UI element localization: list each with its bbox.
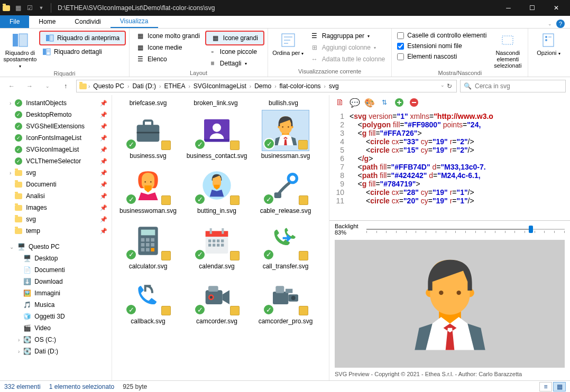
app-overlay-icon (230, 306, 240, 315)
riquadro-anteprima-button[interactable]: Riquadro di anteprima (39, 31, 126, 45)
chevron-down-icon[interactable]: ⌄ (548, 21, 552, 26)
status-size: 925 byte (123, 383, 147, 390)
check-overlay-icon: ✓ (125, 304, 137, 315)
up-button[interactable]: ↑ (58, 79, 73, 94)
ordina-per-button[interactable]: Ordina per ▾ (271, 30, 305, 57)
recent-button[interactable]: ⌄ (40, 79, 55, 94)
remove-icon[interactable] (409, 97, 419, 108)
sidebar-item[interactable]: ›📄Documenti (0, 264, 112, 276)
sidebar-item[interactable]: ›🎵Musica (0, 299, 112, 311)
caselle-checkbox[interactable]: Caselle di controllo elementi (395, 31, 489, 40)
file-item[interactable]: ✓business.svg (114, 108, 182, 162)
tab-condividi[interactable]: Condividi (65, 15, 110, 28)
tab-home[interactable]: Home (29, 15, 65, 28)
sidebar-item[interactable]: ›✓IconFontsImageList📌 (0, 132, 112, 144)
pin-icon: 📌 (100, 111, 107, 118)
sidebar[interactable]: ›✓InstantObjects📌›✓DesktopRemoto📌›✓SVGSh… (0, 95, 112, 380)
refresh-icon[interactable]: ↻ (447, 82, 452, 90)
git-icon: ✓ (14, 122, 23, 130)
doc-icon: 📄 (23, 266, 31, 274)
file-item[interactable]: ✓camcorder_pro.svg (252, 273, 319, 327)
icone-medie-button[interactable]: ▦Icone medie (133, 42, 203, 53)
chat-icon[interactable]: 💬 (350, 97, 360, 108)
sidebar-item[interactable]: ›svg📌 (0, 167, 112, 179)
forward-button[interactable]: → (22, 79, 37, 94)
file-item[interactable]: ✓butting_in.svg (183, 163, 251, 217)
maximize-button[interactable]: ☐ (520, 0, 544, 16)
sidebar-item[interactable]: ›svg📌 (0, 213, 112, 225)
file-item[interactable]: ✓calculator.svg (114, 218, 182, 272)
riquadro-spostamento-button[interactable]: Riquadro di spostamento ▾ (3, 30, 37, 69)
svg-rect-22 (204, 139, 229, 142)
sidebar-item[interactable]: ›✓SVGIconImageList📌 (0, 144, 112, 155)
file-item[interactable]: ✓camcorder.svg (183, 273, 251, 327)
file-item[interactable]: ✓businesswoman.svg (114, 163, 182, 217)
palette-icon[interactable]: 🎨 (364, 97, 375, 108)
svg-rect-65 (286, 289, 292, 293)
dropdown-icon[interactable]: ⌄ (440, 82, 445, 90)
file-item[interactable]: ✓call_transfer.svg (252, 218, 319, 272)
code-preview[interactable]: 1<svg version="1" xmlns="http://www.w3.o… (329, 110, 570, 221)
dettagli-button[interactable]: ≡Dettagli ▾ (205, 58, 264, 69)
svg-rect-47 (210, 228, 212, 234)
sidebar-item[interactable]: ›Analisi📌 (0, 190, 112, 202)
sidebar-item[interactable]: ›🎬Video (0, 322, 112, 334)
sidebar-item[interactable]: ›💽Dati (D:) (0, 346, 112, 357)
copy-icon[interactable]: ☑ (25, 4, 34, 12)
file-item[interactable]: ✓calendar.svg (183, 218, 251, 272)
tab-visualizza[interactable]: Visualizza (111, 15, 158, 28)
help-icon[interactable]: ? (556, 20, 565, 28)
sidebar-item[interactable]: ›Documenti📌 (0, 179, 112, 190)
lines-icon[interactable]: ⇅ (379, 97, 390, 108)
svg-rect-48 (222, 228, 224, 234)
sidebar-item[interactable]: ›⬇️Download (0, 276, 112, 287)
svg-point-72 (439, 291, 443, 295)
folder-icon (14, 169, 23, 177)
add-icon[interactable] (394, 97, 404, 108)
icone-piccole-button[interactable]: ▫Icone piccole (205, 46, 264, 57)
minimize-button[interactable]: ─ (497, 0, 520, 16)
opzioni-button[interactable]: Opzioni ▾ (531, 30, 565, 57)
check-overlay-icon: ✓ (263, 138, 275, 150)
view-details-button[interactable]: ≡ (539, 382, 552, 391)
file-pane[interactable]: briefcase.svg broken_link.svg bullish.sv… (112, 95, 329, 380)
sidebar-item[interactable]: ›🧊Oggetti 3D (0, 311, 112, 322)
sidebar-item[interactable]: ›💽OS (C:) (0, 334, 112, 346)
riquadro-dettagli-button[interactable]: Riquadro dettagli (39, 46, 126, 57)
close-button[interactable]: ✕ (544, 0, 568, 16)
nascondi-button[interactable]: Nascondi elementi selezionati (491, 30, 525, 69)
adatta-colonne-button[interactable]: ↔Adatta tutte le colonne (307, 54, 388, 64)
sidebar-item[interactable]: ›🖼️Immagini (0, 287, 112, 299)
address-bar[interactable]: › Questo PC› Dati (D:)› ETHEA› SVGIconIm… (76, 80, 457, 92)
sidebar-item[interactable]: ›temp📌 (0, 225, 112, 237)
tab-file[interactable]: File (0, 15, 29, 28)
elenco-button[interactable]: ☰Elenco (133, 54, 203, 64)
sidebar-item[interactable]: ›✓VCLThemeSelector📌 (0, 155, 112, 167)
aggiungi-colonne-button[interactable]: ⊞Aggiungi colonne ▾ (307, 42, 388, 53)
search-box[interactable]: 🔍 (460, 80, 566, 92)
icone-molto-grandi-button[interactable]: ▦Icone molto grandi (133, 31, 203, 41)
sidebar-item[interactable]: ›✓SVGShellExtensions📌 (0, 120, 112, 132)
raggruppa-per-button[interactable]: ☰Raggruppa per ▾ (307, 31, 388, 41)
pin-icon: 📌 (100, 158, 107, 165)
icone-grandi-button[interactable]: ▦Icone grandi (205, 31, 264, 45)
doc-delete-icon[interactable]: 🗎 (335, 97, 345, 108)
file-item[interactable]: ✓cable_release.svg (252, 163, 319, 217)
svg-rect-46 (206, 231, 228, 237)
view-icons-button[interactable]: ▦ (553, 382, 566, 391)
search-input[interactable] (475, 82, 562, 90)
file-item[interactable]: ✓callback.svg (114, 273, 182, 327)
estensioni-checkbox[interactable]: Estensioni nomi file (395, 41, 489, 51)
sidebar-item[interactable]: ›Images📌 (0, 202, 112, 213)
properties-icon[interactable]: ▦ (14, 4, 22, 12)
file-item[interactable]: ✓business_contact.svg (183, 108, 251, 162)
nascosti-checkbox[interactable]: Elementi nascosti (395, 52, 489, 61)
chevron-down-icon[interactable]: ▼ (37, 4, 45, 12)
sidebar-item[interactable]: ›✓DesktopRemoto📌 (0, 109, 112, 120)
file-item[interactable]: ✓businessman.svg (252, 108, 319, 162)
sidebar-item[interactable]: ›✓InstantObjects📌 (0, 97, 112, 109)
sidebar-item-questo-pc[interactable]: ⌄ 🖥️ Questo PC (0, 241, 112, 253)
sidebar-item[interactable]: ›🖥️Desktop (0, 253, 112, 264)
back-button[interactable]: ← (4, 79, 19, 94)
backlight-slider[interactable] (366, 224, 565, 235)
